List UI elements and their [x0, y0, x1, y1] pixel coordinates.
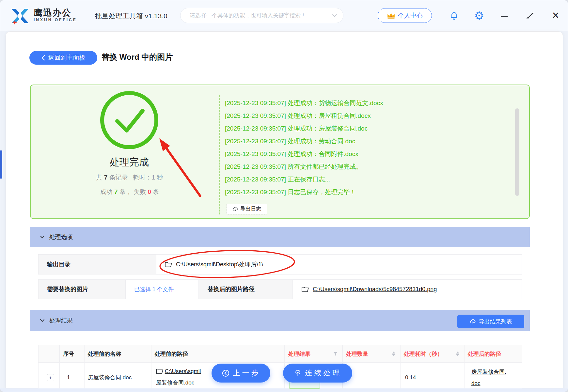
expand-row-button[interactable]: + — [47, 374, 54, 381]
options-section-header[interactable]: 处理选项 — [30, 227, 530, 247]
output-dir-label: 输出目录 — [38, 254, 156, 274]
col-path-header: 处理前的路径 — [151, 345, 285, 363]
selected-files-cell: 已选择 1 个文件 — [125, 279, 199, 299]
stat-total-count: 7 — [104, 174, 108, 181]
row-after-link-line1[interactable]: 房屋装修合同. — [471, 369, 506, 375]
col-result-header[interactable]: 处理结果 — [285, 345, 342, 363]
export-result-list-button[interactable]: 导出结果列表 — [457, 315, 524, 328]
search-input[interactable] — [189, 12, 332, 19]
table-row-after-path: 房屋装修合同. doc — [464, 363, 522, 392]
titlebar: 鹰迅办公 INXUN OFFICE 批量处理工具箱 v1.13.0 个人中心 — [0, 0, 568, 31]
page-title: 替换 Word 中的图片 — [102, 52, 173, 62]
back-to-dashboard-button[interactable]: 返回到主面板 — [29, 51, 97, 65]
personal-center-button[interactable]: 个人中心 — [378, 8, 432, 23]
previous-step-icon — [222, 369, 230, 377]
notification-bell-icon[interactable] — [449, 11, 459, 21]
inxun-logo-icon — [10, 8, 30, 24]
col-duration-header[interactable]: 处理耗时（秒） — [400, 345, 464, 363]
minimize-button[interactable] — [499, 11, 510, 21]
cloud-download-icon — [470, 319, 476, 324]
chevron-down-icon — [40, 319, 45, 322]
col-after-header: 处理后的路径 — [464, 345, 522, 363]
stat-fail-count: 0 — [148, 188, 151, 195]
window-bottom-edge — [0, 388, 568, 392]
crown-icon — [387, 12, 395, 19]
export-log-button[interactable]: 导出日志 — [227, 204, 267, 214]
folder-icon — [302, 286, 309, 292]
log-line: [2025-12-23 09:35:07] 所有文件都已经处理完成。 — [225, 163, 362, 171]
row-after-link-line2[interactable]: doc — [471, 380, 506, 387]
cloud-download-icon — [232, 207, 238, 212]
continue-processing-button[interactable]: 连续处理 — [283, 364, 352, 383]
options-section-title: 处理选项 — [49, 233, 73, 241]
app-window: 鹰迅办公 INXUN OFFICE 批量处理工具箱 v1.13.0 个人中心 — [0, 0, 568, 392]
personal-center-label: 个人中心 — [398, 11, 423, 20]
selected-files-link[interactable]: 已选择 1 个文件 — [134, 286, 174, 293]
logo-en: INXUN OFFICE — [34, 18, 77, 23]
function-search[interactable] — [180, 8, 343, 23]
app-title: 批量处理工具箱 v1.13.0 — [95, 11, 167, 21]
log-line: [2025-12-23 09:35:07] 正在保存日志... — [225, 175, 330, 184]
logo-cn: 鹰迅办公 — [34, 8, 77, 18]
export-result-list-label: 导出结果列表 — [479, 318, 512, 325]
col-expand-header — [38, 345, 59, 363]
fullscreen-button[interactable] — [525, 10, 536, 21]
settings-gear-icon[interactable]: ⚙ — [474, 9, 485, 22]
close-button[interactable]: × — [550, 9, 561, 22]
gear-glyph: ⚙ — [474, 9, 484, 22]
output-dir-cell: C:\Users\sqmil\Desktop\处理后\1\ — [156, 254, 522, 274]
stat-time: 耗时：1 秒 — [133, 174, 163, 181]
log-line: [2025-12-23 09:35:07] 处理成功：房屋装修合同.doc — [225, 124, 368, 133]
chevron-down-icon — [40, 235, 45, 239]
sort-carets-icon[interactable] — [392, 352, 395, 356]
table-row-duration: 0.14 — [400, 363, 464, 392]
row-path-link-part1[interactable]: C:\Users\sqmil — [165, 368, 201, 374]
table-row-expand-cell: + — [38, 363, 59, 392]
stat-success-line: 成功 7 条， 失败 0 条 — [88, 188, 171, 196]
results-section-header[interactable]: 处理结果 — [30, 310, 530, 331]
chevron-left-icon — [41, 55, 45, 61]
filter-funnel-icon[interactable] — [333, 352, 338, 356]
continue-processing-icon — [294, 369, 302, 377]
logo-text: 鹰迅办公 INXUN OFFICE — [34, 8, 77, 23]
continue-processing-label: 连续处理 — [305, 368, 342, 378]
folder-icon — [156, 368, 163, 374]
log-line: [2025-12-23 09:35:07] 处理成功：房屋租赁合同.docx — [225, 112, 371, 120]
replace-image-label: 需要替换的图片 — [38, 279, 125, 299]
log-line: [2025-12-23 09:35:07] 处理成功：劳动合同.doc — [225, 137, 355, 146]
col-index-header: 序号 — [59, 345, 84, 363]
folder-icon — [165, 261, 172, 267]
col-count-header[interactable]: 处理数量 — [342, 345, 400, 363]
output-dir-link[interactable]: C:\Users\sqmil\Desktop\处理后\1\ — [176, 260, 263, 268]
replace-path-link[interactable]: C:\Users\sqmil\Downloads\5c984572831d0.p… — [313, 286, 437, 293]
replace-path-label: 替换后的图片路径 — [199, 279, 293, 299]
log-line: [2025-12-23 09:35:07] 处理成功：合同附件.docx — [225, 150, 358, 158]
minimize-icon — [501, 16, 508, 17]
log-scrollbar-thumb[interactable] — [515, 108, 519, 196]
log-line: [2025-12-23 09:35:07] 处理成功：货物运输合同范文.docx — [225, 99, 383, 107]
table-row-name: 房屋装修合同.doc — [84, 363, 151, 392]
back-label: 返回到主面板 — [48, 54, 86, 62]
stat-success-count: 7 — [114, 188, 118, 195]
export-log-label: 导出日志 — [240, 206, 261, 212]
col-name-header: 处理前的名称 — [84, 345, 151, 363]
sort-carets-icon[interactable] — [456, 352, 459, 356]
log-line: [2025-12-23 09:35:07] 日志已保存，处理完毕！ — [225, 188, 356, 196]
previous-step-label: 上一步 — [233, 368, 260, 378]
table-row-index: 1 — [59, 363, 84, 392]
close-icon: × — [552, 8, 559, 22]
log-divider — [219, 95, 220, 214]
status-title: 处理完成 — [98, 156, 160, 169]
success-check-icon — [98, 89, 160, 151]
background-window-sliver — [0, 150, 2, 179]
chevron-down-icon — [332, 14, 337, 17]
results-section-title: 处理结果 — [49, 317, 73, 324]
replace-path-cell: C:\Users\sqmil\Downloads\5c984572831d0.p… — [293, 279, 522, 299]
expand-icon — [526, 12, 534, 20]
stat-total-line: 共 7 条记录 耗时：1 秒 — [88, 173, 171, 182]
previous-step-button[interactable]: 上一步 — [212, 364, 270, 383]
